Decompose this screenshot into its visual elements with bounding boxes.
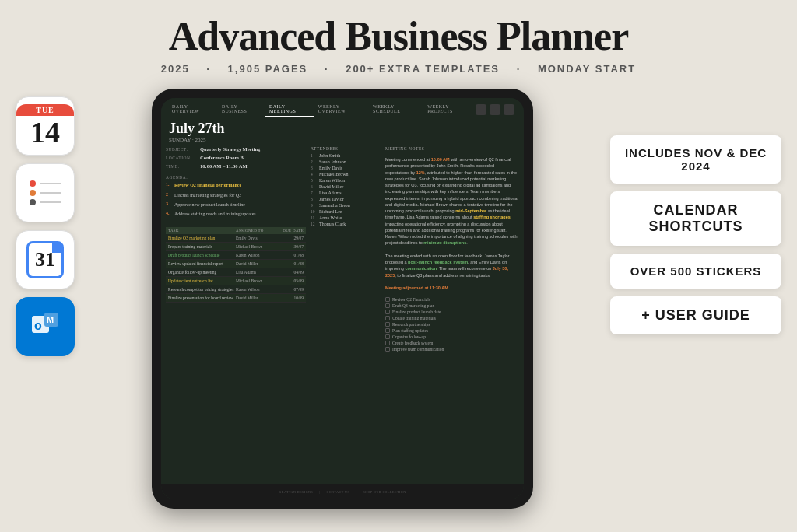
table-row: Prepare training materials Michael Brown… — [166, 243, 306, 251]
agenda-item-3: 3. Approve new product launch timeline — [166, 201, 306, 208]
time-row: TIME: 10:00 AM – 11:30 AM — [166, 163, 306, 169]
svg-text:o: o — [34, 319, 42, 332]
list-item: Plan staffing updates — [385, 328, 519, 333]
footer-sep2: | — [356, 490, 356, 494]
list-item: Create feedback system — [385, 341, 519, 345]
subject-label: SUBJECT: — [166, 146, 197, 152]
agenda-item-4: 4. Address staffing needs and training u… — [166, 211, 306, 217]
apple-calendar-icon[interactable]: TUE 14 — [16, 96, 75, 156]
table-row: Update client outreach list Michael Brow… — [166, 277, 306, 285]
notes-text: Meeting commenced at 10:00 AM with an ov… — [385, 156, 519, 291]
tablet-topbar: July 27th SUNDAY · 2025 — [161, 117, 524, 146]
table-row: Finalize presentation for board review D… — [166, 294, 306, 303]
left-panel: SUBJECT: Quarterly Strategy Meeting LOCA… — [166, 146, 306, 481]
agenda-label: AGENDA: — [166, 175, 306, 180]
checklist: Review Q2 Financials Draft Q3 marketing … — [385, 297, 519, 353]
left-icons-column: TUE 14 31 o M — [16, 89, 75, 509]
sep3: · — [517, 63, 521, 75]
time-value: 10:00 AM – 11:30 AM — [200, 163, 248, 169]
tablet-nav: DAILY OVERVIEW DAILY BUSINESS DAILY MEET… — [161, 98, 524, 117]
subtitle: 2025 · 1,905 PAGES · 200+ EXTRA TEMPLATE… — [0, 63, 797, 75]
footer-text-3: SHOP OUR COLLECTION — [363, 490, 406, 494]
nav-weekly-overview[interactable]: WEEKLY OVERVIEW — [314, 102, 368, 117]
footer-text-1: GRATTAN DESIGNS — [279, 490, 313, 494]
list-item: Finalize product launch date — [385, 310, 519, 314]
svg-text:M: M — [47, 315, 54, 324]
list-item: 12Thomas Clark — [311, 222, 381, 226]
tablet-container: DAILY OVERVIEW DAILY BUSINESS DAILY MEET… — [86, 89, 599, 509]
list-item: Review Q2 Financials — [385, 297, 519, 302]
time-label: TIME: — [166, 163, 197, 169]
nav-daily-meetings[interactable]: DAILY MEETINGS — [265, 102, 314, 117]
list-item: 6David Miller — [311, 184, 381, 189]
outlook-letter: o M — [30, 310, 60, 345]
task-col-task: TASK — [168, 229, 236, 233]
list-item: 2Sarah Johnson — [311, 159, 381, 164]
location-label: LOCATION: — [166, 155, 197, 160]
list-item: 1John Smith — [311, 153, 381, 158]
notes-panel: MEETING NOTES Meeting commenced at 10:00… — [385, 146, 519, 481]
list-item: 11Anna White — [311, 215, 381, 220]
list-item: 7Lisa Adams — [311, 191, 381, 195]
location-row: LOCATION: Conference Room B — [166, 155, 306, 160]
google-calendar-icon[interactable]: 31 — [16, 230, 75, 289]
attendees-label: ATTENDEES — [311, 146, 381, 151]
outlook-icon[interactable]: o M — [16, 297, 75, 356]
footer-sep: | — [319, 490, 320, 494]
agenda-section: AGENDA: 1. Review Q2 financial performan… — [166, 175, 306, 221]
location-value: Conference Room B — [200, 155, 244, 160]
list-item: Improve team communication — [385, 347, 519, 352]
task-col-due: DUE DATE — [276, 229, 304, 233]
list-item: 10Richard Lee — [311, 209, 381, 214]
templates: 200+ EXTRA TEMPLATES — [346, 63, 500, 75]
table-row: Draft product launch schedule Karen Wils… — [166, 251, 306, 260]
nav-weekly-schedule[interactable]: WEEKLY SCHEDULE — [368, 102, 423, 117]
notes-label: MEETING NOTES — [385, 146, 519, 151]
agenda-item-1: 1. Review Q2 financial performance — [166, 182, 306, 188]
reminders-icon[interactable] — [16, 163, 75, 222]
badge-calendar-shortcuts-text: CALENDAR SHORTCUTS — [624, 202, 767, 235]
list-item: 3Emily Davis — [311, 166, 381, 170]
reminder-dots — [30, 180, 61, 205]
subject-value: Quarterly Strategy Meeting — [200, 146, 260, 152]
list-item: Organize follow-up — [385, 334, 519, 339]
nav-daily-overview[interactable]: DAILY OVERVIEW — [167, 102, 217, 117]
footer-text-2: CONTACT US — [327, 490, 350, 494]
attendees-panel: ATTENDEES 1John Smith 2Sarah Johnson 3Em… — [311, 146, 381, 481]
list-item: Research partnerships — [385, 322, 519, 327]
list-item: 4Michael Brown — [311, 172, 381, 177]
task-table-header: TASK ASSIGNED TO DUE DATE — [166, 227, 306, 234]
header: Advanced Business Planner 2025 · 1,905 P… — [0, 0, 797, 81]
nav-daily-business[interactable]: DAILY BUSINESS — [217, 102, 265, 117]
subject-row: SUBJECT: Quarterly Strategy Meeting — [166, 146, 306, 152]
calendar-num: 14 — [30, 116, 60, 149]
tablet-device: DAILY OVERVIEW DAILY BUSINESS DAILY MEET… — [152, 89, 533, 509]
list-item: Draft Q3 marketing plan — [385, 303, 519, 308]
tablet-screen: DAILY OVERVIEW DAILY BUSINESS DAILY MEET… — [161, 98, 524, 499]
table-row: Review updated financial report David Mi… — [166, 260, 306, 268]
tablet-bottombar: GRATTAN DESIGNS | CONTACT US | SHOP OUR … — [161, 484, 524, 499]
year: 2025 — [161, 63, 190, 75]
badge-nov-dec: INCLUDES NOV & DEC 2024 — [610, 135, 781, 184]
list-item: 8James Taylor — [311, 197, 381, 201]
ctrl-btn-2[interactable] — [490, 104, 500, 115]
badge-stickers: OVER 500 STICKERS — [610, 254, 781, 289]
calendar-day: TUE — [16, 104, 74, 116]
agenda-item-2: 2 Discuss marketing strategies for Q3 — [166, 192, 306, 198]
sep1: · — [206, 63, 211, 75]
ctrl-btn-3[interactable] — [504, 104, 514, 115]
sep2: · — [325, 63, 329, 75]
badge-user-guide: + USER GUIDE — [610, 296, 781, 334]
gcal-num: 31 — [26, 241, 64, 278]
tablet-date: July 27th — [169, 121, 225, 137]
list-item: 5Karen Wilson — [311, 178, 381, 183]
task-col-assigned: ASSIGNED TO — [236, 229, 276, 233]
right-badges: INCLUDES NOV & DEC 2024 CALENDAR SHORTCU… — [610, 89, 781, 509]
list-item: Update training materials — [385, 316, 519, 320]
badge-nov-dec-text: INCLUDES NOV & DEC 2024 — [624, 146, 767, 173]
nav-weekly-projects[interactable]: WEEKLY PROJECTS — [423, 102, 476, 117]
ctrl-btn-1[interactable] — [476, 104, 486, 115]
page-title: Advanced Business Planner — [0, 14, 797, 58]
start: MONDAY START — [538, 63, 636, 75]
list-item: 9Samantha Green — [311, 203, 381, 208]
